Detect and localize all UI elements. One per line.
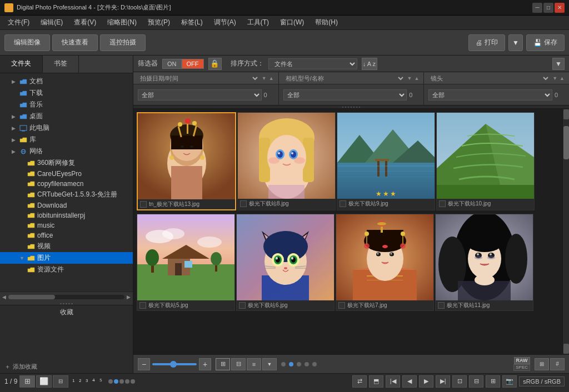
tree-item-documents[interactable]: ▶文档 (0, 76, 133, 87)
scrollbar-down[interactable] (563, 344, 569, 354)
maximize-button[interactable]: □ (543, 3, 553, 13)
zoom-thumb[interactable] (170, 361, 177, 368)
menu-edit[interactable]: 编辑(E) (35, 17, 68, 28)
tree-item-music2[interactable]: music (0, 220, 133, 230)
status-nav-first[interactable]: |◀ (386, 375, 400, 388)
menu-adjust[interactable]: 调节(A) (208, 17, 242, 28)
status-nav-last[interactable]: ▶| (436, 375, 450, 388)
view-grid-button[interactable]: ⊞ (216, 358, 230, 370)
grid-scrollbar[interactable] (562, 109, 569, 354)
close-button[interactable]: ✕ (555, 3, 565, 13)
zoom-in-button[interactable]: + (199, 358, 211, 370)
menu-tools[interactable]: 工具(T) (242, 17, 274, 28)
thumbnail-img6[interactable]: 极光下载站6.jpg (236, 214, 335, 311)
status-nav-next[interactable]: ▶ (419, 375, 433, 388)
raw-badge[interactable]: RAW SPEC (513, 357, 530, 371)
print-button[interactable]: 🖨 打印 (468, 34, 505, 51)
view-list-button[interactable]: ≡ (247, 358, 261, 370)
save-button[interactable]: 💾 保存 (526, 34, 565, 51)
filter-date-value[interactable]: 全部 (138, 89, 262, 100)
vm-grid-button[interactable]: ⊞ (19, 375, 35, 388)
scroll-left-icon[interactable]: ◀ (2, 294, 6, 300)
tree-item-iobit[interactable]: iobituninstallerpj (0, 210, 133, 220)
view-extra-2[interactable]: # (550, 358, 565, 370)
filter-on-button[interactable]: ON (162, 59, 182, 69)
filter-lens-scroll-up[interactable]: ▲ (560, 76, 565, 81)
zoom-out-button[interactable]: − (138, 358, 150, 370)
status-copy-button[interactable]: ⇄ (352, 375, 367, 388)
menu-bookmark[interactable]: 标签(L) (176, 17, 208, 28)
thumb-checkbox-img7[interactable] (338, 302, 345, 309)
tree-item-images[interactable]: ▼图片 (0, 252, 133, 264)
thumb-checkbox-img6[interactable] (239, 302, 246, 309)
menu-window[interactable]: 窗口(W) (274, 17, 310, 28)
thumb-checkbox-img8[interactable] (438, 302, 445, 309)
menu-file[interactable]: 文件(F) (2, 17, 35, 28)
tree-item-crtube[interactable]: CRTubeGet-1.5.9.3-免注册 (0, 189, 133, 200)
filter-date-select[interactable]: 拍摄日期/时间 (138, 74, 259, 82)
thumbnail-img1[interactable]: tn_极光下载站13.jpg (137, 112, 236, 210)
status-nav-prev[interactable]: ◀ (402, 375, 417, 388)
tree-hscroll[interactable]: ◀ ▶ (0, 292, 133, 301)
add-favorite-button[interactable]: ＋ 添加收藏 (0, 360, 133, 373)
scrollbar-up[interactable] (563, 109, 569, 119)
menu-preview[interactable]: 预览(P) (142, 17, 176, 28)
filter-camera-select[interactable]: 相机型号/名称 (283, 74, 405, 82)
status-settings-button[interactable]: ⊞ (486, 375, 500, 388)
remote-shoot-button[interactable]: 遥控拍摄 (100, 34, 146, 51)
tree-item-resources[interactable]: 资源文件 (0, 264, 133, 275)
sort-direction-button[interactable]: ↓ A z (362, 58, 377, 70)
filter-date-scroll-up[interactable]: ▲ (269, 76, 274, 81)
filter-camera-value[interactable]: 全部 (283, 89, 407, 100)
tree-item-360[interactable]: 360断网修复 (0, 157, 133, 169)
view-medium-button[interactable]: ⊟ (231, 358, 246, 370)
scrollbar-thumb[interactable] (563, 126, 569, 159)
tree-item-copyfilename[interactable]: copyfilenamecn (0, 179, 133, 189)
vm-single-button[interactable]: ⬜ (36, 375, 52, 388)
status-export-button[interactable]: ⬒ (369, 375, 383, 388)
menu-view[interactable]: 查看(V) (68, 17, 102, 28)
filter-camera-scroll-up[interactable]: ▲ (414, 76, 419, 81)
tree-item-desktop[interactable]: ▶桌面 (0, 110, 133, 122)
tree-item-download2[interactable]: Download (0, 200, 133, 210)
hscroll-track[interactable] (8, 295, 124, 299)
thumb-checkbox-img3[interactable] (340, 200, 346, 207)
thumb-checkbox-img5[interactable] (139, 302, 146, 309)
status-camera-button[interactable]: 📷 (502, 375, 517, 388)
thumbnail-img5[interactable]: 极光下载站5.jpg (137, 214, 235, 311)
thumb-checkbox-img4[interactable] (439, 200, 446, 207)
print-dropdown-button[interactable]: ▼ (508, 34, 523, 51)
menu-help[interactable]: 帮助(H) (310, 17, 343, 28)
tab-bookmark[interactable]: 书签 (43, 56, 79, 73)
tab-files[interactable]: 文件夹 (0, 56, 43, 73)
file-tree[interactable]: ▶文档下载音乐▶桌面▶此电脑▶库▶网络360断网修复CareUEyesProco… (0, 73, 133, 292)
status-zoom-button[interactable]: ⊟ (469, 375, 483, 388)
image-grid[interactable]: tn_极光下载站13.jpg (133, 109, 562, 354)
tree-item-this_pc[interactable]: ▶此电脑 (0, 122, 133, 134)
filter-lock-button[interactable]: 🔒 (208, 58, 222, 70)
view-detail-button[interactable]: ▼ (262, 358, 277, 370)
minimize-button[interactable]: ─ (532, 3, 542, 13)
filter-lens-select[interactable]: 镜头 (428, 74, 550, 82)
hscroll-thumb[interactable] (8, 295, 55, 299)
view-extra-1[interactable]: ⊞ (535, 358, 549, 370)
tree-item-network[interactable]: ▶网络 (0, 145, 133, 157)
status-fit-button[interactable]: ⊡ (452, 375, 467, 388)
filter-lens-value[interactable]: 全部 (428, 89, 552, 100)
thumbnail-img2[interactable]: 极光下载站8.jpg (237, 112, 336, 210)
thumb-checkbox-img2[interactable] (240, 200, 247, 207)
filter-expand-button[interactable]: ▼ (552, 58, 565, 70)
zoom-slider[interactable] (152, 363, 197, 365)
tree-item-music[interactable]: 音乐 (0, 99, 133, 110)
tree-item-office[interactable]: office (0, 230, 133, 240)
thumbnail-img7[interactable]: 极光下载站7.jpg (336, 214, 434, 311)
thumbnail-img8[interactable]: 极光下载站11.jpg (435, 214, 533, 311)
vm-split-button[interactable]: ⊟ (53, 375, 68, 388)
quick-check-button[interactable]: 快速查看 (52, 34, 98, 51)
thumbnail-img3[interactable]: ★ ★ ★ 极光下载站9.jpg (337, 112, 435, 210)
sort-select[interactable]: 文件名 拍摄日期 类型 大小 (268, 58, 357, 69)
tree-item-careueyes[interactable]: CareUEyesPro (0, 169, 133, 179)
edit-image-button[interactable]: 编辑图像 (4, 34, 50, 51)
tree-item-download[interactable]: 下载 (0, 87, 133, 99)
tree-item-video[interactable]: 视频 (0, 240, 133, 252)
